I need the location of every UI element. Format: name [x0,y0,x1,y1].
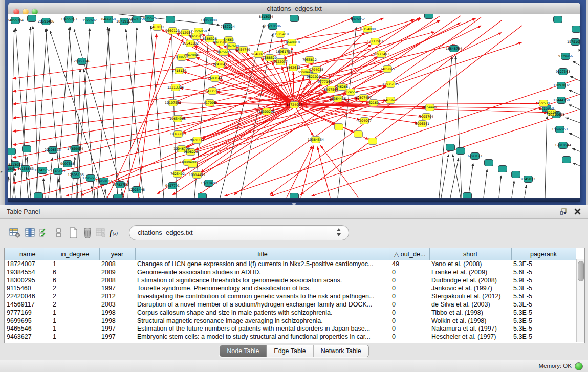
graph-node-teal[interactable] [198,193,207,199]
graph-node-teal[interactable] [446,144,455,151]
graph-node-label: 11525419 [272,32,289,36]
graph-node-teal[interactable] [498,166,507,172]
column-header-name[interactable]: name [5,248,51,260]
citation-edge-black [525,185,527,198]
graph-node-label: 20876852 [349,17,365,21]
node-table-container[interactable]: namein_degreeyeartitle△ out_de...shortpa… [4,248,585,343]
graph-node-teal[interactable] [290,15,299,22]
table-cell: 19384554 [5,269,51,277]
graph-node-label: 12505135 [68,173,84,177]
graph-node-teal[interactable] [512,171,520,178]
graph-node-label: 7485065 [380,67,395,71]
graph-node-teal[interactable] [425,14,433,19]
graph-node-teal[interactable] [554,16,562,23]
network-window-title: citations_edges.txt [8,5,580,12]
citation-edge-black [439,56,452,198]
graph-node-teal[interactable] [8,148,16,155]
table-cell: 1 [51,309,99,317]
table-selector-dropdown[interactable]: citations_edges.txt [129,225,349,240]
tab-edge-table[interactable]: Edge Table [267,345,313,357]
column-header-title[interactable]: title [135,248,390,260]
function-builder-icon[interactable]: f(x) [107,225,123,241]
table-cell: 0 [390,277,429,285]
table-cell: 5.3E-5 [511,260,576,269]
column-header-short[interactable]: short [429,248,511,260]
network-window-titlebar[interactable]: citations_edges.txt [8,3,580,15]
graph-node-label: 1362615 [286,65,300,69]
table-cell: Tibbo et al. (1998) [429,309,511,317]
citation-edge-red [320,145,358,198]
graph-node-teal[interactable] [23,146,31,152]
table-row[interactable]: 911546021997Tourette syndrome. Phenomeno… [5,285,576,293]
graph-node-yellow[interactable] [368,138,377,145]
citation-edge-red [197,18,476,140]
table-cell: Tourette syndrome. Phenomenology and cla… [135,285,390,293]
show-column-icon[interactable] [23,225,38,241]
graph-node-label: 2367608 [225,44,239,48]
citation-edge-black [569,105,580,110]
citation-edge-black [545,116,547,198]
table-row[interactable]: 1938455462009Genome-wide association stu… [5,269,576,277]
graph-node-teal[interactable] [572,26,581,33]
graph-node-label: 9327508 [213,40,227,44]
row-height-icon[interactable] [51,225,67,241]
table-row[interactable]: 1456911722003Disruption of a novel membe… [5,301,576,309]
column-header-pagerank[interactable]: pagerank [511,248,576,260]
citation-network-graph[interactable]: 2405572420691406106552571527602846616010… [8,14,580,198]
table-options-icon[interactable] [7,225,23,241]
graph-node-teal[interactable] [290,193,299,199]
graph-node-label: 1145193 [51,169,65,173]
graph-node-yellow[interactable] [354,131,363,138]
graph-node-label: 9522037 [273,60,288,63]
close-panel-icon[interactable] [574,208,581,215]
table-scrollbar[interactable] [576,259,584,342]
column-header-year[interactable]: year [99,248,135,260]
graph-node-label: 20691406 [38,19,54,23]
citation-edge-black [126,29,143,198]
table-cell: 49 [390,260,429,269]
tab-network-table[interactable]: Network Table [314,345,368,357]
network-view-window[interactable]: citations_edges.txt 24055724206914061065… [8,3,580,202]
collapsed-control-panel-rail[interactable]: ▸ [0,0,5,205]
new-table-icon[interactable] [66,225,81,241]
select-columns-icon[interactable] [37,225,52,241]
table-cell: 1 [51,333,99,341]
graph-node-label: 8215958 [539,106,554,110]
graph-node-teal[interactable] [485,160,493,166]
citation-edge-black [512,181,514,198]
table-cell: 5.3E-5 [511,301,576,309]
graph-node-label: 7857224 [221,25,235,28]
table-cell: 5.3E-5 [511,333,576,341]
column-header-out_de[interactable]: △ out_de... [390,248,429,260]
expand-panel-arrow-icon[interactable]: ▸ [1,169,3,174]
graph-node-teal[interactable] [166,16,175,23]
table-row[interactable]: 1830029562008Estimation of significance … [5,277,576,285]
table-panel-titlebar[interactable]: Table Panel [0,205,588,219]
memory-ok-indicator[interactable] [575,362,583,370]
table-cell: Corpus callosum shape and size in male p… [135,309,390,317]
graph-node-label: 12093832 [553,83,570,87]
table-row[interactable]: 946554611997Estimation of the future num… [5,325,576,333]
scrollbar-thumb[interactable] [578,261,584,281]
graph-node-teal[interactable] [456,148,465,155]
float-panel-icon[interactable] [559,208,568,216]
graph-node-teal[interactable] [562,157,571,163]
graph-node-yellow[interactable] [335,124,343,130]
table-row[interactable]: 969969511998Structural magnetic resonanc… [5,317,576,325]
tab-node-table[interactable]: Node Table [220,345,267,357]
table-cell: 1 [51,317,99,325]
table-cell: Wolkin et al. (1998) [429,317,511,325]
graph-node-teal[interactable] [114,194,122,199]
table-row[interactable]: 1872400712008Changes of HCN gene express… [5,260,576,269]
graph-node-label: 15218506 [265,24,281,28]
splitter-handle[interactable] [292,203,296,205]
table-row[interactable]: 946362711997Embryonic stem cells: a mode… [5,333,576,341]
table-row[interactable]: 977716911998Corpus callosum shape and si… [5,309,576,317]
graph-node-teal[interactable] [28,15,36,22]
graph-node-teal[interactable] [463,193,472,199]
table-cell: Dudbridge et al. (2008) [429,277,511,285]
table-row[interactable]: 2242004622012Investigating the contribut… [5,293,576,301]
network-canvas[interactable]: 2405572420691406106552571527602846616010… [8,14,580,198]
column-header-in_degree[interactable]: in_degree [51,248,99,260]
graph-node-teal[interactable] [34,193,43,199]
